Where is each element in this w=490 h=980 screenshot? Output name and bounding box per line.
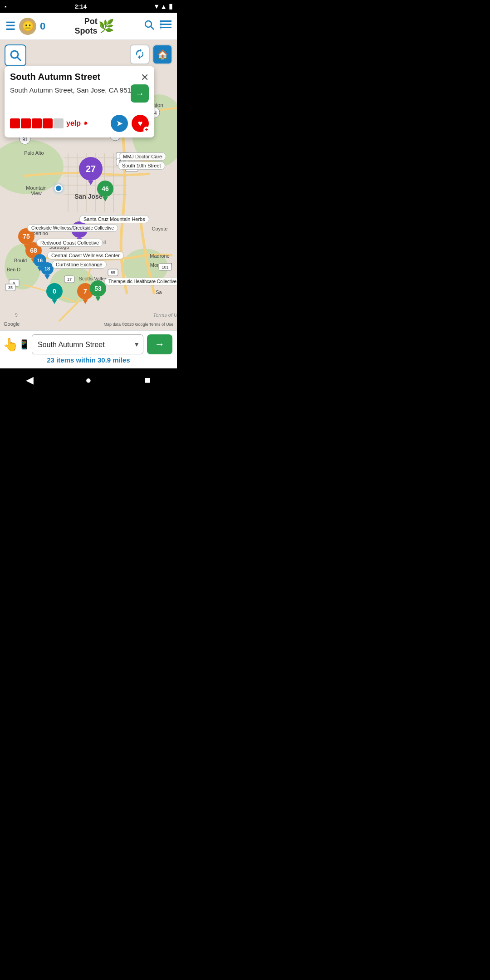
bottom-bar: 👆 📱 South Autumn Street San Jose, CA San… [0,330,177,368]
popup-close-button[interactable]: ✕ [141,72,149,83]
status-left: ▪ [5,3,7,10]
svg-text:Terms of Use: Terms of Use [153,312,177,318]
svg-point-0 [145,21,152,27]
avatar[interactable]: 😐 [19,18,36,35]
header-right [143,19,172,34]
svg-line-68 [17,57,21,61]
logo-leaf-icon: 🌿 [98,19,114,34]
pin-tail [95,297,101,301]
pointing-icon: 👆 [3,337,19,352]
popup-address: South Autumn Street, San Jose, CA 9511… [10,86,149,94]
pin-label-27: 27 [79,157,103,181]
search-icon [143,19,155,31]
svg-text:9: 9 [15,313,18,318]
logo-text-bottom: Spots [75,26,98,36]
bottom-select-row: 👆 📱 South Autumn Street San Jose, CA San… [5,334,172,354]
phone-icon: 📱 [19,339,30,350]
map-label-redwood: Redwood Coast Collective [36,239,103,247]
rating-section: yelp ✸ [10,118,88,128]
yelp-burst-icon: ✸ [83,120,88,127]
pin-tail [52,299,57,304]
pin-tail [44,275,50,279]
wifi-icon: ▾ [155,2,158,10]
location-icon-box: 👆 📱 [5,334,28,354]
avatar-emoji: 😐 [22,20,34,32]
svg-text:Palo Alto: Palo Alto [24,150,44,156]
svg-text:Madrone: Madrone [150,253,169,259]
pin-label-46: 46 [97,181,113,197]
map-pin-53[interactable]: 53 [90,280,106,301]
svg-line-1 [151,26,154,29]
notification-count: 0 [40,20,45,32]
star-2 [21,118,31,128]
map-container[interactable]: 91 238 84 Union City Palo Alto Mountain … [0,40,177,330]
svg-text:85: 85 [111,270,115,275]
svg-text:101: 101 [162,265,168,270]
battery-icon: ▮ [169,2,172,10]
map-label-south10: South 10th Street [118,162,165,170]
popup-card: South Autumn Street ✕ South Autumn Stree… [5,66,154,137]
navigate-icon: ➤ [116,118,123,128]
goto-arrow-icon: → [135,88,144,99]
star-5 [54,118,64,128]
hamburger-menu-button[interactable]: ☰ [5,21,15,32]
yelp-logo[interactable]: yelp [66,119,81,127]
home-icon: 🏠 [157,49,168,60]
star-4 [43,118,53,128]
nav-bar: ◀ ● ■ [0,368,177,392]
nav-home-button[interactable]: ● [75,371,102,389]
pin-label-53: 53 [90,280,106,297]
home-circle-icon: ● [85,374,91,386]
map-search-icon [9,49,22,62]
pin-tail [103,197,108,201]
svg-text:Coyote: Coyote [152,226,168,231]
current-location-dot [54,184,63,192]
go-arrow-icon: → [155,338,165,350]
map-label-mmj: MMJ Doctor Care [119,152,166,161]
app-logo: Pot Spots 🌿 [75,17,114,36]
star-1 [10,118,20,128]
header-search-button[interactable] [143,19,155,34]
map-label-central: Central Coast Wellness Center [47,251,124,260]
map-label-therapeutic: Therapeutic Healthcare Collective [104,278,177,285]
svg-point-67 [11,51,18,58]
svg-text:91: 91 [22,137,28,142]
home-button[interactable]: 🏠 [152,44,172,64]
favorite-plus-icon: + [143,127,150,133]
map-pin-46[interactable]: 46 [97,181,113,201]
navigate-button[interactable]: ➤ [111,115,128,132]
star-3 [32,118,42,128]
map-attribution: Map data ©2020 Google Terms of Use [103,322,173,327]
svg-text:Mountain: Mountain [26,185,46,191]
popup-header: South Autumn Street ✕ [10,72,149,83]
map-top-right-controls: 🏠 [130,44,172,64]
popup-footer: yelp ✸ ➤ ♥ + [10,115,149,132]
logo-text-top: Pot [75,17,98,26]
star-rating [10,118,64,128]
go-button[interactable]: → [147,334,172,354]
svg-text:17: 17 [67,277,72,282]
svg-text:Ben D: Ben D [7,267,21,272]
back-icon: ◀ [26,374,34,386]
status-bar: ▪ 2:14 ▾ ▲ ▮ [0,0,177,13]
status-time: 2:14 [75,3,87,10]
pin-tail [88,181,93,185]
map-search-button[interactable] [5,44,26,66]
status-right: ▾ ▲ ▮ [155,2,172,10]
google-watermark: Google [4,321,20,327]
popup-title: South Autumn Street [10,72,137,82]
nav-back-button[interactable]: ◀ [16,371,43,389]
list-view-button[interactable] [160,20,172,32]
pin-tail [83,299,88,304]
map-label-creekside: Creekside Wellness/Creekside Collective [27,224,118,232]
pin-label-0: 0 [46,283,63,299]
sim-icon: ▪ [5,3,7,10]
signal-icon: ▲ [160,3,167,10]
popup-goto-button[interactable]: → [131,84,149,103]
select-wrapper: South Autumn Street San Jose, CA Santa C… [32,334,143,354]
map-pin-0[interactable]: 0 [46,283,63,304]
location-select[interactable]: South Autumn Street San Jose, CA Santa C… [32,334,143,354]
favorite-button[interactable]: ♥ + [132,115,149,132]
nav-recent-button[interactable]: ■ [134,371,161,389]
map-refresh-button[interactable] [130,44,150,64]
